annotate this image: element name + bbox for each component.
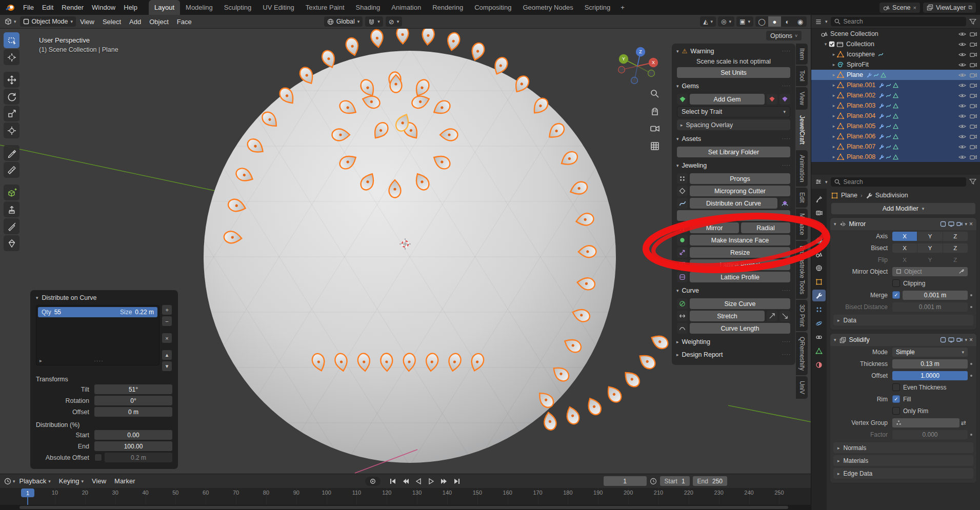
axis-y-toggle[interactable]: Y: [917, 232, 942, 241]
overlays-dropdown[interactable]: ◎▾: [718, 16, 734, 27]
jump-to-end-button[interactable]: [451, 477, 463, 486]
radial-button[interactable]: Radial: [741, 222, 790, 233]
distribute-gem-icon[interactable]: [779, 198, 790, 209]
distribute-on-curve-button[interactable]: Distribute on Curve: [690, 198, 777, 209]
close-icon[interactable]: ×: [969, 336, 973, 343]
modifier-name[interactable]: Mirror: [849, 220, 866, 228]
shading-wireframe-button[interactable]: ◯: [755, 16, 768, 27]
properties-tab-physics-icon[interactable]: [812, 317, 826, 329]
bisect-x-toggle[interactable]: X: [892, 243, 917, 253]
workspace-tab-shading[interactable]: Shading: [350, 0, 386, 15]
timeline-editor-type-button[interactable]: ▾: [4, 478, 15, 485]
microprong-cutter-button[interactable]: Microprong Cutter: [690, 186, 790, 196]
disable-render-icon[interactable]: [970, 42, 977, 47]
jump-to-start-button[interactable]: [387, 477, 398, 486]
tool-extrude-icon[interactable]: [4, 201, 19, 217]
flip-x-toggle[interactable]: X: [892, 255, 917, 264]
navigation-gizmo[interactable]: YZX: [618, 48, 658, 84]
clipping-checkbox[interactable]: [892, 279, 900, 287]
timeline-menu-marker[interactable]: Marker: [110, 477, 139, 485]
hide-viewport-icon[interactable]: [958, 144, 966, 150]
axis-z-toggle[interactable]: Z: [943, 232, 968, 241]
weighting-section-header[interactable]: ▸ Weighting ····: [672, 335, 795, 348]
workspace-tab-layout[interactable]: Layout: [149, 0, 180, 15]
hide-viewport-icon[interactable]: [958, 154, 966, 160]
shading-rendered-button[interactable]: ◉: [794, 16, 807, 27]
outliner-row-plane[interactable]: ▸Plane: [811, 70, 980, 80]
menu-edit[interactable]: Edit: [38, 0, 57, 15]
panel-grip-icon[interactable]: ····: [782, 288, 791, 293]
tool-knife-icon[interactable]: [4, 218, 19, 234]
menu-window[interactable]: Window: [88, 0, 119, 15]
disable-render-icon[interactable]: [970, 113, 977, 119]
solidify-modifier-header[interactable]: ▾ Solidify ▾ ×: [830, 334, 976, 346]
timeline-menu-playback[interactable]: Playback▾: [15, 477, 55, 485]
hide-viewport-icon[interactable]: [958, 72, 966, 78]
extras-menu-icon[interactable]: ▾: [965, 221, 967, 227]
vertex-group-field[interactable]: [892, 418, 959, 427]
properties-tab-constraints-icon[interactable]: [812, 331, 826, 343]
expand-caret-icon[interactable]: ▸: [831, 144, 837, 149]
bisect-distance-field[interactable]: 0.001 m: [892, 302, 968, 312]
zoom-icon[interactable]: [651, 90, 658, 97]
bisect-y-toggle[interactable]: Y: [917, 243, 942, 253]
outliner-row-plane-002[interactable]: ▸Plane.002: [811, 90, 980, 100]
rotation-field[interactable]: 0°: [94, 396, 172, 405]
viewport-3d[interactable]: YZX User Perspective (1) Scene Collectio…: [0, 28, 811, 474]
tool-scale-icon[interactable]: [4, 106, 19, 121]
viewport-menu-face[interactable]: Face: [173, 18, 196, 26]
gem-red-icon[interactable]: [767, 94, 777, 105]
tool-rotate-icon[interactable]: [4, 89, 19, 105]
play-reverse-button[interactable]: [412, 477, 424, 486]
offset-field[interactable]: 0 m: [94, 407, 172, 417]
move-up-button[interactable]: ▴: [162, 350, 172, 360]
workspace-tab-rendering[interactable]: Rendering: [427, 0, 469, 15]
extras-menu-icon[interactable]: ▾: [965, 337, 967, 342]
outliner-row-spirofit[interactable]: ▸SpiroFit: [811, 59, 980, 70]
close-icon[interactable]: ×: [969, 220, 973, 228]
prongs-button[interactable]: Prongs: [690, 173, 790, 184]
transform-orientation-selector[interactable]: Global ▾: [324, 16, 363, 27]
outliner-row-plane-005[interactable]: ▸Plane.005: [811, 121, 980, 131]
operator-panel-header[interactable]: ▾ Distribute on Curve: [36, 294, 172, 301]
shading-solid-button[interactable]: ●: [768, 16, 781, 27]
properties-tab-particles-icon[interactable]: [812, 303, 826, 315]
properties-tab-world-icon[interactable]: [812, 262, 826, 274]
disable-render-icon[interactable]: [970, 62, 977, 68]
editor-type-button[interactable]: ▾: [4, 18, 16, 25]
stretch-option-a-icon[interactable]: [767, 311, 777, 321]
expand-caret-icon[interactable]: ▸: [831, 154, 837, 159]
add-item-button[interactable]: ＋: [162, 305, 172, 315]
properties-tab-output-icon[interactable]: [812, 220, 826, 232]
render-display-icon[interactable]: [956, 337, 963, 343]
lattice-project-button[interactable]: Lattice Project: [690, 259, 790, 270]
start-field[interactable]: 0.00: [94, 430, 172, 440]
expand-caret-icon[interactable]: ▸: [831, 62, 837, 67]
disable-render-icon[interactable]: [970, 93, 977, 98]
disable-render-icon[interactable]: [970, 103, 977, 109]
current-frame-input[interactable]: 1: [604, 476, 647, 486]
disable-render-icon[interactable]: [970, 154, 977, 160]
expand-caret-icon[interactable]: ▸: [831, 134, 837, 139]
gems-section-header[interactable]: ▾ Gems ····: [672, 79, 795, 92]
offset-slider[interactable]: 1.0000: [892, 371, 968, 380]
hide-viewport-icon[interactable]: [958, 134, 966, 139]
tool-annotate-icon[interactable]: [4, 145, 19, 161]
sidebar-tab-edit[interactable]: Edit: [796, 188, 808, 208]
start-frame-input[interactable]: Start1: [660, 476, 690, 486]
outliner-row-plane-004[interactable]: ▸Plane.004: [811, 111, 980, 121]
properties-tab-modifiers-icon[interactable]: [812, 290, 826, 301]
grid-toggle-icon[interactable]: [651, 142, 658, 150]
tool-transform-icon[interactable]: [4, 123, 19, 138]
assets-section-header[interactable]: ▾ Assets ····: [672, 132, 795, 145]
remove-item-button[interactable]: −: [162, 316, 172, 326]
edit-mode-display-icon[interactable]: [940, 337, 946, 343]
select-by-trait-dropdown[interactable]: Select by Trait ▾: [677, 106, 790, 117]
menu-file[interactable]: File: [19, 0, 38, 15]
set-units-button[interactable]: Set Units: [677, 67, 790, 78]
outliner-display-mode-icon[interactable]: [815, 18, 822, 25]
play-button[interactable]: [425, 477, 437, 486]
tool-measure-icon[interactable]: [4, 162, 19, 178]
xray-toggle[interactable]: ▣▾: [736, 16, 753, 27]
absolute-offset-checkbox[interactable]: [94, 454, 102, 461]
